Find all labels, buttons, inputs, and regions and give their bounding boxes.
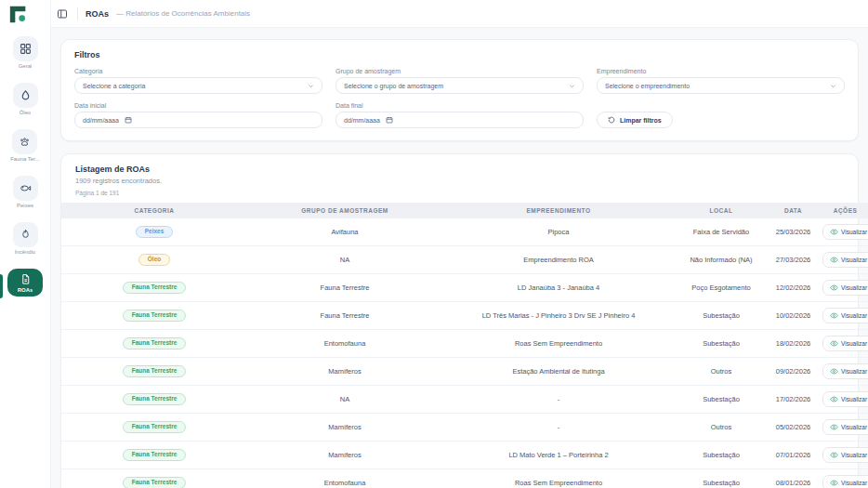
- sidebar-item-label: Geral: [19, 63, 33, 69]
- cell-empreendimento: LD Três Marias - J Pinheiro 3 Drv SE J P…: [442, 302, 675, 330]
- sidebar-item-oleo[interactable]: Óleo: [0, 81, 50, 117]
- cell-data: 07/01/2026: [768, 442, 819, 469]
- sidebar-item-incendio[interactable]: Incêndio: [0, 220, 50, 257]
- sidebar-item-peixes[interactable]: Peixes: [0, 174, 50, 210]
- calendar-icon[interactable]: [386, 116, 393, 124]
- cell-grupo: Entomofauna: [247, 330, 442, 358]
- cell-grupo: Fauna Terrestre: [247, 302, 442, 330]
- sidebar-item-label: Fauna Ter...: [10, 156, 40, 162]
- calendar-icon[interactable]: [125, 116, 132, 124]
- refresh-icon: [608, 116, 615, 124]
- cell-local: Subestação: [675, 330, 768, 358]
- cell-local: Subestação: [675, 302, 768, 330]
- cell-local: Outros: [675, 414, 768, 442]
- visualizar-button[interactable]: Visualizar: [822, 475, 868, 488]
- cell-grupo: Mamíferos: [247, 358, 442, 386]
- cell-data: 12/02/2026: [768, 274, 819, 302]
- sidebar-item-label: Peixes: [17, 203, 33, 208]
- table-row: Fauna TerrestreMamíferosEstação Ambienta…: [61, 358, 868, 386]
- table-row: Fauna TerrestreFauna TerrestreLD Janaúba…: [61, 274, 868, 302]
- visualizar-button[interactable]: Visualizar: [822, 224, 868, 240]
- eye-icon: [830, 451, 838, 459]
- table-row: Fauna TerrestreMamíferosLD Mato Verde 1 …: [61, 442, 868, 469]
- cell-grupo: Mamíferos: [247, 414, 442, 442]
- sidebar-item-geral[interactable]: Geral: [0, 34, 50, 71]
- categoria-badge: Fauna Terrestre: [123, 477, 187, 488]
- visualizar-label: Visualizar: [841, 229, 867, 235]
- grupo-select[interactable]: Selecione o grupo de amostragem: [335, 77, 584, 94]
- cell-grupo: Entomofauna: [247, 469, 442, 488]
- eye-icon: [830, 228, 838, 236]
- col-header-empreendimento: EMPREENDIMENTO: [442, 203, 675, 218]
- cell-grupo: NA: [247, 386, 442, 414]
- cell-data: 09/02/2026: [768, 358, 819, 386]
- active-indicator: [0, 274, 3, 298]
- cell-empreendimento: Empreendimento ROA: [442, 246, 675, 274]
- visualizar-button[interactable]: Visualizar: [822, 308, 868, 323]
- visualizar-label: Visualizar: [841, 424, 867, 430]
- data-inicial-input[interactable]: dd/mm/aaaa: [74, 112, 322, 128]
- cell-data: 18/02/2026: [768, 330, 819, 358]
- page-subtitle: — Relatórios de Ocorrências Ambientais: [116, 9, 250, 18]
- categoria-badge: Óleo: [138, 254, 170, 267]
- categoria-badge: Fauna Terrestre: [123, 393, 187, 406]
- empreendimento-label: Empreendimento: [597, 68, 845, 74]
- col-header-data: DATA: [768, 203, 819, 218]
- sidebar-item-roas[interactable]: ROAs: [0, 267, 50, 298]
- visualizar-label: Visualizar: [841, 396, 867, 402]
- chevron-down-icon: [569, 83, 575, 89]
- empreendimento-select[interactable]: Selecione o empreendimento: [597, 77, 845, 94]
- sidebar-toggle-icon[interactable]: [55, 7, 70, 21]
- cell-local: Subestação: [675, 386, 768, 414]
- filters-title: Filtros: [74, 50, 845, 59]
- visualizar-button[interactable]: Visualizar: [822, 280, 868, 296]
- data-final-label: Data final: [335, 102, 584, 109]
- droplet-icon: [13, 83, 38, 108]
- clear-filters-label: Limpar filtros: [620, 117, 662, 124]
- topbar-divider: [77, 7, 78, 20]
- cell-empreendimento: Roas Sem Empreendimento: [442, 330, 675, 358]
- cell-data: 17/02/2026: [768, 386, 819, 414]
- visualizar-button[interactable]: Visualizar: [822, 391, 868, 407]
- table-header-row: CATEGORIA GRUPO DE AMOSTRAGEM EMPREENDIM…: [61, 203, 868, 218]
- field-data-final: Data final dd/mm/aaaa: [335, 102, 584, 128]
- col-header-categoria: CATEGORIA: [61, 203, 247, 218]
- table-row: PeixesAvifaunaPipocaFaixa de Servidão25/…: [61, 218, 868, 246]
- visualizar-button[interactable]: Visualizar: [822, 363, 868, 379]
- eye-icon: [830, 339, 838, 348]
- cell-local: Outros: [675, 358, 768, 386]
- page-info: Página 1 de 191: [75, 190, 844, 196]
- field-data-inicial: Data inicial dd/mm/aaaa: [74, 102, 322, 128]
- visualizar-button[interactable]: Visualizar: [822, 447, 868, 463]
- categoria-placeholder: Selecione a categoria: [83, 83, 145, 89]
- eye-icon: [830, 284, 838, 292]
- table-row: Fauna TerrestreEntomofaunaRoas Sem Empre…: [61, 469, 868, 488]
- sidebar-item-label: ROAs: [18, 287, 33, 293]
- col-header-grupo: GRUPO DE AMOSTRAGEM: [247, 203, 442, 218]
- sidebar: GeralÓleoFauna Ter...PeixesIncêndioROAs: [0, 0, 51, 488]
- visualizar-button[interactable]: Visualizar: [822, 252, 868, 268]
- sidebar-item-fauna[interactable]: Fauna Ter...: [0, 127, 50, 164]
- categoria-select[interactable]: Selecione a categoria: [74, 77, 322, 94]
- records-count: 1909 registros encontrados.: [75, 177, 844, 185]
- cell-empreendimento: LD Janaúba 3 - Janaúba 4: [442, 274, 675, 302]
- field-empreendimento: Empreendimento Selecione o empreendiment…: [597, 68, 845, 94]
- visualizar-button[interactable]: Visualizar: [822, 336, 868, 351]
- eye-icon: [830, 256, 838, 264]
- visualizar-label: Visualizar: [841, 368, 867, 375]
- grid-icon: [13, 36, 38, 61]
- data-final-input[interactable]: dd/mm/aaaa: [335, 112, 584, 128]
- cell-grupo: Avifauna: [247, 218, 442, 246]
- flame-icon: [13, 222, 38, 247]
- categoria-badge: Fauna Terrestre: [123, 449, 187, 462]
- filters-card: Filtros Categoria Selecione a categoria …: [60, 39, 859, 141]
- cell-local: Subestação: [675, 469, 768, 488]
- categoria-label: Categoria: [74, 68, 322, 74]
- visualizar-button[interactable]: Visualizar: [822, 419, 868, 435]
- grupo-label: Grupo de amostragem: [335, 68, 584, 74]
- table-row: ÓleoNAEmpreendimento ROANão Informado (N…: [61, 246, 868, 274]
- visualizar-label: Visualizar: [841, 284, 867, 291]
- topbar: ROAs — Relatórios de Ocorrências Ambient…: [51, 0, 868, 28]
- field-categoria: Categoria Selecione a categoria: [74, 68, 322, 94]
- clear-filters-button[interactable]: Limpar filtros: [597, 112, 673, 128]
